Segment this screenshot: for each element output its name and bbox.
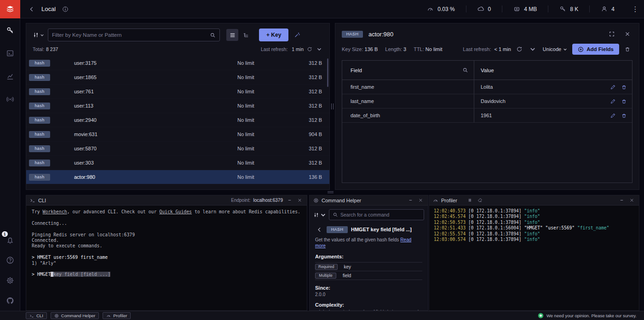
help-button[interactable] (5, 255, 16, 266)
add-fields-button[interactable]: Add Fields (572, 44, 619, 55)
scrollbar[interactable] (327, 58, 328, 87)
key-size: 312 B (289, 74, 322, 80)
hash-field-row: last_name Davidovich (342, 94, 632, 109)
key-size-value: 136 B (365, 46, 378, 52)
profiler-panel: Profiler 12:02:40.573 [0 172.18.0.1:3789… (429, 195, 639, 311)
close-helper-button[interactable] (417, 197, 424, 204)
trash-icon (624, 46, 631, 52)
key-row[interactable]: hash user:303 No limit 312 B (26, 156, 329, 170)
edit-field-button[interactable] (608, 97, 617, 106)
browser-toolbar: + Key (26, 23, 329, 45)
pause-profiler-button[interactable] (466, 197, 474, 204)
delete-field-button[interactable] (619, 111, 628, 120)
statusbar-command-helper-tab[interactable]: Command Helper (51, 312, 99, 319)
key-row[interactable]: hash movie:631 No limit 904 B (26, 127, 329, 142)
close-profiler-button[interactable] (628, 197, 635, 204)
bulk-actions-icon[interactable] (292, 30, 302, 40)
key-row[interactable]: hash user:2940 No limit 312 B (26, 113, 329, 127)
auto-refresh-menu-button[interactable] (316, 46, 323, 53)
key-ttl: No limit (237, 131, 289, 137)
key-type-badge: hash (29, 60, 50, 67)
list-view-button[interactable] (226, 29, 238, 41)
hash-field-value: Lolita (481, 84, 493, 90)
delete-key-button[interactable] (622, 44, 632, 54)
close-cli-button[interactable] (296, 197, 303, 204)
encoding-select[interactable]: Unicode (541, 46, 569, 52)
key-row[interactable]: hash user:761 No limit 312 B (26, 85, 329, 99)
list-view-icon (229, 32, 236, 39)
field-search-icon[interactable] (462, 67, 468, 73)
key-row[interactable]: hash user:1865 No limit 312 B (26, 70, 329, 85)
arrow-left-icon (29, 6, 35, 12)
gear-icon (6, 276, 14, 285)
stat-network-value: 0 (488, 6, 491, 12)
edit-field-button[interactable] (608, 111, 617, 120)
fullscreen-button[interactable] (607, 29, 617, 39)
overflow-menu-icon[interactable]: ⋮ (630, 4, 640, 14)
close-details-button[interactable] (622, 29, 632, 39)
details-auto-refresh-menu-button[interactable] (528, 44, 538, 54)
command-search-input[interactable] (340, 212, 420, 217)
sidebar-item-pubsub[interactable] (5, 94, 16, 105)
statusbar-cli-tab[interactable]: CLI (26, 312, 47, 319)
filter-sliders-icon (33, 32, 39, 38)
hash-field-value-cell: Lolita (474, 80, 632, 94)
sidebar-item-browser[interactable] (5, 25, 16, 36)
key-row[interactable]: hash actor:980 No limit 136 B (26, 170, 329, 184)
stat-memory[interactable]: 4 MB (502, 6, 548, 12)
browser-key-icon (6, 26, 14, 34)
survey-link[interactable]: We need your opinion. Please take our su… (538, 313, 639, 319)
key-name: user:761 (74, 89, 237, 94)
refresh-button[interactable] (306, 46, 313, 53)
notifications-button[interactable]: 1 (5, 234, 16, 246)
key-size: 312 B (289, 146, 322, 151)
helper-back-button[interactable] (315, 225, 323, 234)
stat-clients[interactable]: 4 (589, 6, 626, 12)
stat-total-keys[interactable]: 8 K (548, 6, 589, 12)
redis-logo[interactable] (0, 0, 20, 18)
topbar: Local 0.03 % 0 4 MB 8 K 4 ⋮ (0, 0, 644, 18)
statusbar-profiler-tab[interactable]: Profiler (103, 312, 131, 319)
stat-network[interactable]: 0 (466, 6, 502, 12)
key-row[interactable]: hash user:113 No limit 312 B (26, 99, 329, 113)
key-type-filter-button[interactable] (33, 32, 44, 38)
tree-view-button[interactable] (240, 29, 252, 41)
key-details-meta: Key Size: 136 B Length: 3 TTL: No limit … (342, 44, 632, 55)
key-ttl: No limit (237, 146, 289, 151)
add-key-button[interactable]: + Key (259, 29, 288, 41)
cli-output[interactable]: Try Workbench, our advanced CLI. Check o… (26, 206, 307, 310)
horizontal-resize-handle[interactable] (323, 189, 337, 194)
delete-field-button[interactable] (619, 82, 628, 91)
minimize-profiler-button[interactable] (618, 197, 625, 204)
profiler-output[interactable]: 12:02:40.573 [0 172.18.0.1:37894] "info"… (429, 206, 639, 310)
github-button[interactable] (5, 295, 16, 306)
edit-field-button[interactable] (608, 82, 617, 91)
sidebar-item-analytics[interactable] (5, 71, 16, 82)
statusbar: CLI Command Helper Profiler We need your… (0, 311, 644, 320)
filter-sliders-icon (313, 212, 319, 218)
clients-icon (601, 6, 608, 12)
key-row[interactable]: hash user:5870 No limit 312 B (26, 142, 329, 156)
add-fields-label: Add Fields (586, 46, 614, 52)
total-keys-icon (559, 6, 566, 12)
minimize-helper-button[interactable] (407, 197, 414, 204)
settings-button[interactable] (5, 275, 16, 286)
key-row[interactable]: hash user:3175 No limit 312 B (26, 56, 329, 70)
ttl-value[interactable]: No limit (426, 46, 443, 52)
helper-type-filter-button[interactable] (313, 212, 326, 218)
delete-field-button[interactable] (619, 97, 628, 106)
sidebar-item-workbench[interactable] (5, 48, 16, 59)
command-search[interactable] (329, 209, 424, 220)
back-button[interactable] (27, 4, 37, 14)
key-search[interactable] (48, 29, 220, 41)
vertical-resize-handle[interactable] (330, 23, 335, 190)
search-icon (333, 212, 338, 217)
details-refresh-button[interactable] (514, 44, 524, 54)
clear-profiler-button[interactable] (477, 197, 484, 204)
stat-cpu[interactable]: 0.03 % (416, 6, 466, 12)
key-search-input[interactable] (52, 32, 207, 38)
terminal-icon (29, 314, 34, 318)
db-info-button[interactable] (60, 4, 70, 14)
minimize-cli-button[interactable] (286, 197, 293, 204)
cli-header: CLI Endpoint: localhost:6379 (26, 195, 307, 206)
